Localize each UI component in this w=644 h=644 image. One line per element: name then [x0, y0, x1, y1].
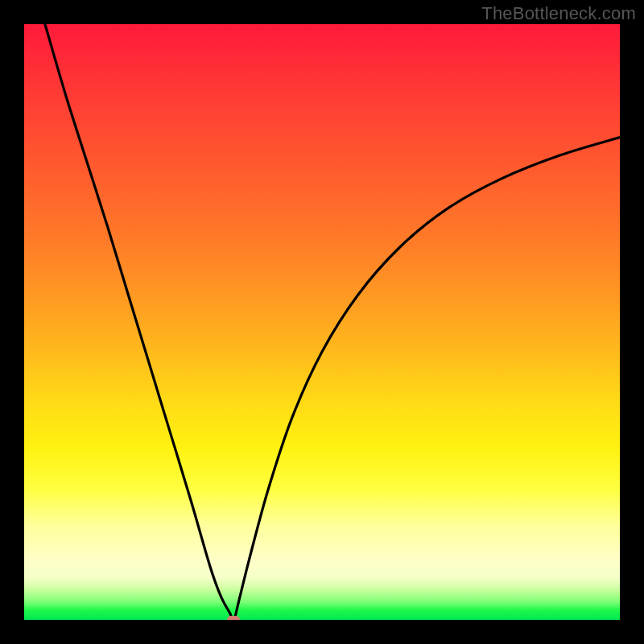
- watermark-text: TheBottleneck.com: [481, 3, 636, 24]
- bottleneck-curve: [24, 24, 620, 620]
- chart-container: TheBottleneck.com: [0, 0, 644, 644]
- plot-area: [24, 24, 620, 620]
- minimum-marker: [227, 616, 240, 620]
